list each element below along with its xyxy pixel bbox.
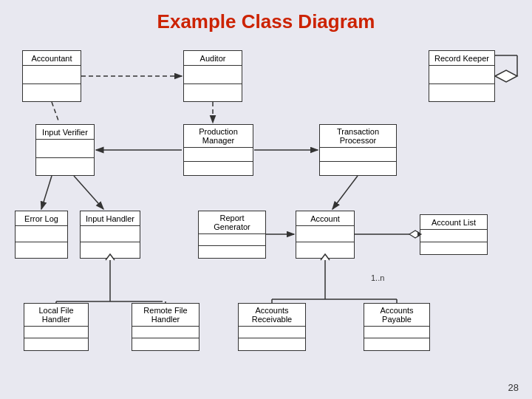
accounts-payable-label: Accounts Payable bbox=[364, 304, 429, 327]
record-keeper-label: Record Keeper bbox=[429, 51, 494, 66]
local-file-handler-box: Local File Handler bbox=[24, 303, 89, 351]
local-file-handler-attrs bbox=[24, 327, 88, 338]
error-log-methods bbox=[16, 242, 67, 258]
input-verifier-label: Input Verifier bbox=[36, 125, 94, 140]
remote-file-handler-box: Remote File Handler bbox=[132, 303, 200, 351]
accounts-receivable-box: Accounts Receivable bbox=[238, 303, 306, 351]
transaction-processor-attrs bbox=[320, 148, 396, 162]
input-verifier-attrs bbox=[36, 140, 94, 158]
inputverifier-to-errorlog-arrow bbox=[41, 176, 52, 209]
account-list-label: Account List bbox=[420, 215, 487, 230]
input-handler-box: Input Handler bbox=[80, 211, 140, 259]
accountant-label: Accountant bbox=[23, 51, 81, 66]
record-keeper-box: Record Keeper bbox=[429, 50, 495, 102]
report-generator-label: Report Generator bbox=[199, 211, 265, 234]
remote-file-handler-attrs bbox=[132, 327, 199, 338]
record-keeper-diamond bbox=[495, 70, 517, 82]
input-verifier-methods bbox=[36, 158, 94, 176]
error-log-attrs bbox=[16, 226, 67, 242]
account-list-attrs bbox=[420, 230, 487, 242]
input-handler-label: Input Handler bbox=[81, 211, 140, 226]
production-manager-methods bbox=[184, 162, 253, 175]
account-label: Account bbox=[296, 211, 354, 226]
auditor-methods bbox=[184, 84, 242, 102]
accounts-receivable-methods bbox=[239, 338, 305, 350]
auditor-label: Auditor bbox=[184, 51, 242, 66]
account-list-box: Account List bbox=[420, 214, 488, 255]
input-handler-attrs bbox=[81, 226, 140, 242]
accountant-methods bbox=[23, 84, 81, 102]
accounts-payable-box: Accounts Payable bbox=[364, 303, 430, 351]
input-handler-methods bbox=[81, 242, 140, 258]
transaction-processor-box: Transaction Processor bbox=[319, 124, 397, 176]
account-box: Account bbox=[296, 211, 355, 259]
record-keeper-attrs bbox=[429, 66, 494, 84]
account-methods bbox=[296, 242, 354, 258]
report-generator-methods bbox=[199, 246, 265, 258]
record-keeper-methods bbox=[429, 84, 494, 102]
page-title: Example Class Diagram bbox=[0, 0, 532, 39]
transaction-processor-label: Transaction Processor bbox=[320, 125, 396, 148]
report-generator-attrs bbox=[199, 234, 265, 246]
auditor-attrs bbox=[184, 66, 242, 84]
page-number: 28 bbox=[508, 382, 519, 393]
production-manager-box: Production Manager bbox=[183, 124, 253, 176]
inputverifier-to-inputhandler-arrow bbox=[74, 176, 103, 209]
local-file-handler-label: Local File Handler bbox=[24, 304, 88, 327]
error-log-label: Error Log bbox=[16, 211, 67, 226]
account-attrs bbox=[296, 226, 354, 242]
error-log-box: Error Log bbox=[15, 211, 68, 259]
report-generator-box: Report Generator bbox=[198, 211, 266, 259]
remote-file-handler-methods bbox=[132, 338, 199, 350]
production-manager-label: Production Manager bbox=[184, 125, 253, 148]
accounts-payable-attrs bbox=[364, 327, 429, 338]
account-list-methods bbox=[420, 242, 487, 254]
accounts-receivable-attrs bbox=[239, 327, 305, 338]
remote-file-handler-label: Remote File Handler bbox=[132, 304, 199, 327]
auditor-box: Auditor bbox=[183, 50, 242, 102]
accountant-box: Accountant bbox=[22, 50, 81, 102]
accountant-attrs bbox=[23, 66, 81, 84]
local-file-handler-methods bbox=[24, 338, 88, 350]
production-manager-attrs bbox=[184, 148, 253, 162]
trans-to-account-arrow bbox=[332, 176, 358, 209]
accounts-payable-methods bbox=[364, 338, 429, 350]
input-verifier-box: Input Verifier bbox=[35, 124, 95, 176]
multiplicity-label: 1..n bbox=[371, 273, 384, 282]
accounts-receivable-label: Accounts Receivable bbox=[239, 304, 305, 327]
accountant-to-inputverifier-arrow bbox=[52, 102, 59, 123]
transaction-processor-methods bbox=[320, 162, 396, 175]
